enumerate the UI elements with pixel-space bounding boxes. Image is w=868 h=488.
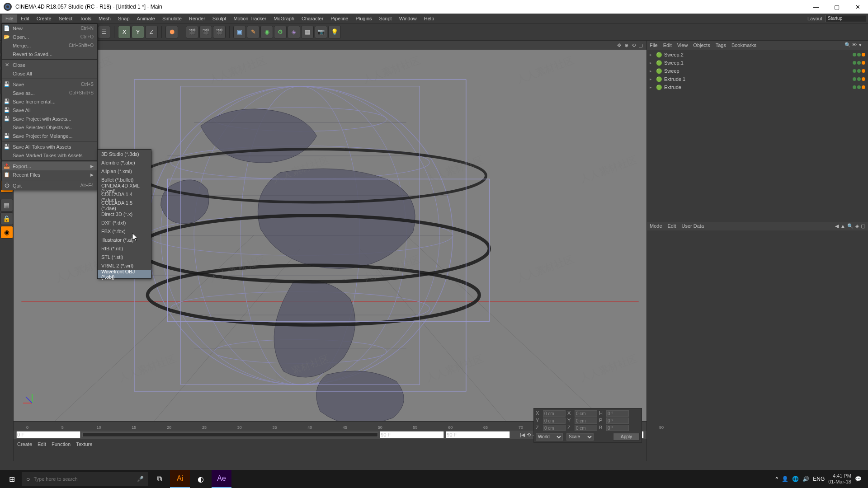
maximize-button[interactable]: ▢ xyxy=(826,0,847,14)
menu-render[interactable]: Render xyxy=(185,14,209,23)
object-tag-icon[interactable] xyxy=(862,61,865,65)
pos-y-field[interactable] xyxy=(543,418,566,424)
export-menu-item[interactable]: FBX (*.fbx) xyxy=(98,227,151,235)
viewport-maximize-icon[interactable]: ▢ xyxy=(637,42,644,48)
menu-help[interactable]: Help xyxy=(420,14,438,23)
x-axis-toggle[interactable]: X xyxy=(118,26,131,38)
mic-icon[interactable]: 🎤 xyxy=(137,476,144,482)
export-menu-item[interactable]: Allplan (*.xml) xyxy=(98,167,151,175)
objmenu-edit[interactable]: Edit xyxy=(663,42,672,48)
file-menu-item[interactable]: Save as...Ctrl+Shift+S xyxy=(2,89,97,97)
tray-people-icon[interactable]: 👤 xyxy=(782,476,788,482)
export-menu-item[interactable]: Alembic (*.abc) xyxy=(98,158,151,167)
planar-snap-button[interactable]: ◉ xyxy=(0,226,13,239)
pen-tool[interactable]: ✎ xyxy=(247,26,259,38)
close-button[interactable]: ✕ xyxy=(847,0,868,14)
expand-icon[interactable]: ▸ xyxy=(650,85,654,89)
file-menu-item[interactable]: 💾Save Incremental... xyxy=(2,97,97,106)
object-name[interactable]: Sweep.2 xyxy=(664,52,851,57)
export-menu-item[interactable]: STL (*.stl) xyxy=(98,253,151,261)
export-menu-item[interactable]: RIB (*.rib) xyxy=(98,244,151,253)
file-menu-item[interactable]: 📂Open...Ctrl+O xyxy=(2,33,97,41)
objmenu-objects[interactable]: Objects xyxy=(693,42,710,48)
attrmenu-userdata[interactable]: User Data xyxy=(682,223,704,229)
render-view-button[interactable]: 🎬 xyxy=(186,26,198,38)
material-function[interactable]: Function xyxy=(52,441,71,447)
lock-workplane[interactable]: 🔒 xyxy=(0,212,13,225)
coord-world-select[interactable]: World xyxy=(536,433,563,441)
taskbar-app-browser[interactable]: ◐ xyxy=(191,470,211,488)
menu-file[interactable]: File xyxy=(2,14,17,23)
deformer-button[interactable]: ◈ xyxy=(288,26,300,38)
render-settings-button[interactable]: 🎬 xyxy=(213,26,226,38)
object-row[interactable]: ▸ 🟢 Extrude.1 xyxy=(648,75,867,83)
file-menu-item[interactable]: 💾Save All Takes with Assets xyxy=(2,142,97,151)
material-create[interactable]: Create xyxy=(17,441,32,447)
coord-apply-button[interactable]: Apply xyxy=(613,433,640,441)
timeline-start-field[interactable] xyxy=(16,431,80,438)
generator-button[interactable]: ⚙ xyxy=(274,26,287,38)
menu-animate[interactable]: Animate xyxy=(133,14,159,23)
tray-notifications-icon[interactable]: 💬 xyxy=(855,476,862,482)
filter-icon[interactable]: ▾ xyxy=(859,42,865,48)
expand-icon[interactable]: ▸ xyxy=(650,69,654,73)
recent-tool[interactable]: ☰ xyxy=(98,26,110,38)
file-menu-item[interactable]: Merge...Ctrl+Shift+O xyxy=(2,41,97,50)
layout-selector[interactable] xyxy=(826,15,866,22)
objmenu-file[interactable]: File xyxy=(650,42,658,48)
search-input[interactable] xyxy=(33,476,133,482)
file-menu-item[interactable]: Close All xyxy=(2,69,97,78)
menu-select[interactable]: Select xyxy=(55,14,76,23)
expand-icon[interactable]: ▸ xyxy=(650,77,654,81)
cube-primitive[interactable]: ▣ xyxy=(233,26,246,38)
taskbar-search[interactable]: ○ 🎤 xyxy=(22,472,148,486)
objmenu-bookmarks[interactable]: Bookmarks xyxy=(731,42,756,48)
object-tag-icon[interactable] xyxy=(862,69,865,73)
file-menu-item[interactable]: ✕Close xyxy=(2,61,97,69)
menu-pipeline[interactable]: Pipeline xyxy=(327,14,352,23)
object-list[interactable]: ▸ 🟢 Sweep.2 ▸ 🟢 Sweep.1 ▸ 🟢 Sweep ▸ 🟢 Ex… xyxy=(647,50,868,221)
tray-network-icon[interactable]: 🌐 xyxy=(792,476,799,482)
file-menu-item[interactable]: Revert to Saved... xyxy=(2,50,97,58)
menu-plugins[interactable]: Plugins xyxy=(352,14,375,23)
z-axis-toggle[interactable]: Z xyxy=(145,26,158,38)
menu-tools[interactable]: Tools xyxy=(76,14,95,23)
render-region-button[interactable]: 🎬 xyxy=(199,26,212,38)
tray-volume-icon[interactable]: 🔊 xyxy=(802,476,809,482)
export-menu-item[interactable]: 3D Studio (*.3ds) xyxy=(98,150,151,158)
eye-icon[interactable]: 👁 xyxy=(852,42,858,48)
menu-snap[interactable]: Snap xyxy=(114,14,133,23)
expand-icon[interactable]: ▸ xyxy=(650,52,654,57)
menu-mesh[interactable]: Mesh xyxy=(95,14,114,23)
object-tag-icon[interactable] xyxy=(862,77,865,81)
file-menu-item[interactable]: 📤Export...▶ xyxy=(2,162,97,170)
pos-x-field[interactable] xyxy=(543,410,566,417)
attrmenu-mode[interactable]: Mode xyxy=(650,223,662,229)
tray-chevron-icon[interactable]: ^ xyxy=(776,476,778,482)
export-menu-item[interactable]: Wavefront OBJ (*.obj) xyxy=(98,270,151,278)
object-row[interactable]: ▸ 🟢 Sweep.1 xyxy=(648,59,867,67)
material-texture[interactable]: Texture xyxy=(76,441,92,447)
objmenu-view[interactable]: View xyxy=(677,42,688,48)
taskbar-app-ai[interactable]: Ai xyxy=(170,470,190,488)
pos-z-field[interactable] xyxy=(543,425,566,431)
object-name[interactable]: Sweep xyxy=(664,68,851,74)
attrmenu-edit[interactable]: Edit xyxy=(668,223,676,229)
object-row[interactable]: ▸ 🟢 Extrude xyxy=(648,83,867,91)
minimize-button[interactable]: — xyxy=(806,0,826,14)
size-y-field[interactable] xyxy=(575,418,597,424)
material-edit[interactable]: Edit xyxy=(38,441,46,447)
file-menu-item[interactable]: 💾Save All xyxy=(2,106,97,114)
attr-lock-icon[interactable]: ◈ xyxy=(855,223,859,229)
file-menu-item[interactable]: 📋Recent Files▶ xyxy=(2,170,97,179)
file-menu-item[interactable]: 📄NewCtrl+N xyxy=(2,24,97,33)
rot-b-field[interactable] xyxy=(606,425,629,431)
attr-new-icon[interactable]: ▢ xyxy=(861,223,865,229)
start-button[interactable]: ⊞ xyxy=(3,470,21,488)
menu-simulate[interactable]: Simulate xyxy=(159,14,185,23)
taskbar-app-ae[interactable]: Ae xyxy=(212,470,231,488)
search-icon[interactable]: 🔍 xyxy=(844,42,851,48)
attr-up-icon[interactable]: ▲ xyxy=(840,223,845,229)
menu-sculpt[interactable]: Sculpt xyxy=(209,14,230,23)
timeline-track[interactable] xyxy=(82,432,378,437)
